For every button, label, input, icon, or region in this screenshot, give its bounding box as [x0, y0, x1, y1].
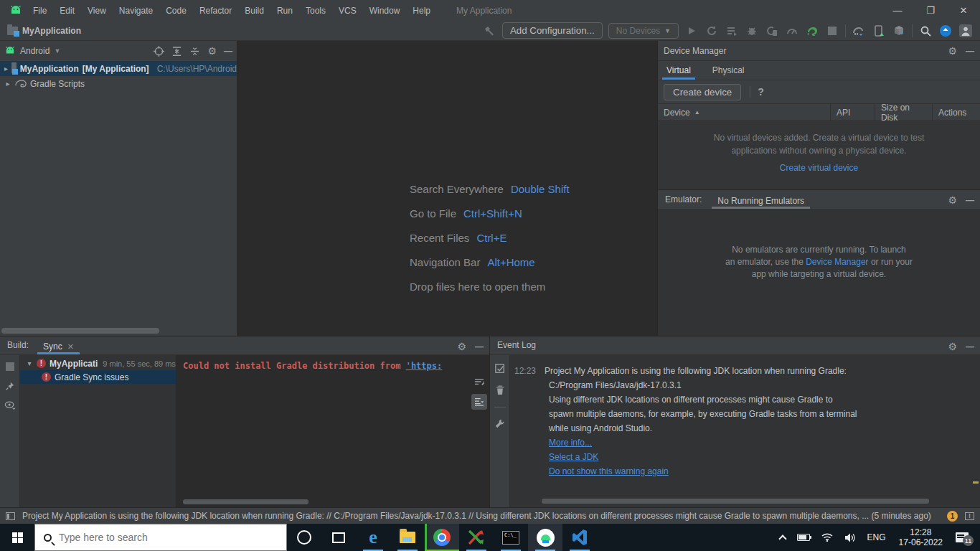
search-input[interactable] [59, 532, 278, 543]
close-icon[interactable]: ✕ [67, 342, 74, 352]
language-indicator[interactable]: ENG [863, 524, 890, 551]
profile-avatar-icon[interactable] [958, 24, 973, 38]
taskbar-search[interactable] [34, 524, 287, 551]
start-button[interactable] [0, 524, 34, 551]
chrome-taskbar-button[interactable] [425, 524, 459, 551]
gear-icon[interactable]: ⚙ [948, 45, 957, 57]
scrcpy-taskbar-button[interactable] [459, 524, 494, 551]
event-log-horizontal-scrollbar[interactable] [542, 499, 929, 504]
agp-upgrade-assistant-icon[interactable] [852, 24, 866, 38]
menu-code[interactable]: Code [160, 4, 192, 18]
column-size-on-disk[interactable]: Size on Disk [875, 104, 933, 121]
sdk-manager-icon[interactable] [892, 24, 906, 38]
restore-window-icon[interactable]: ❐ [914, 0, 947, 21]
pin-icon[interactable] [5, 381, 15, 391]
menu-edit[interactable]: Edit [54, 4, 80, 18]
ide-update-icon[interactable] [938, 24, 953, 38]
hide-panel-icon[interactable]: — [966, 195, 974, 205]
menu-build[interactable]: Build [239, 4, 270, 18]
attach-debugger-icon[interactable] [765, 24, 779, 38]
stop-icon[interactable] [825, 24, 839, 38]
menu-vcs[interactable]: VCS [333, 4, 362, 18]
chevron-expanded-icon[interactable]: ▾ [26, 359, 33, 367]
scroll-to-end-icon[interactable] [471, 394, 487, 410]
event-log-toggle-icon[interactable]: ! [965, 512, 974, 520]
column-api[interactable]: API [831, 104, 875, 121]
column-actions[interactable]: Actions [933, 104, 980, 121]
tray-chevron-up-icon[interactable] [776, 524, 790, 551]
more-info-link[interactable]: More info... [549, 435, 592, 450]
volume-icon[interactable] [840, 524, 860, 551]
hide-panel-icon[interactable]: — [966, 342, 974, 352]
menu-navigate[interactable]: Navigate [113, 4, 159, 18]
task-view-button[interactable] [321, 524, 356, 551]
status-message[interactable]: Project My Application is using the foll… [22, 511, 940, 521]
trash-icon[interactable] [496, 385, 504, 395]
navigation-breadcrumb[interactable]: MyApplication [7, 26, 81, 36]
project-tree-gradle-scripts[interactable]: ▸ Gradle Scripts [0, 76, 237, 91]
filter-eye-icon[interactable] [4, 401, 16, 410]
create-device-button[interactable]: Create device [664, 84, 741, 100]
vscode-taskbar-button[interactable] [562, 524, 597, 551]
menu-view[interactable]: View [82, 4, 112, 18]
profiler-icon[interactable] [785, 24, 799, 38]
gear-icon[interactable]: ⚙ [948, 341, 957, 352]
hide-panel-icon[interactable]: — [475, 342, 484, 352]
do-not-show-warning-link[interactable]: Do not show this warning again [549, 464, 669, 479]
menu-run[interactable]: Run [271, 4, 298, 18]
project-horizontal-scrollbar[interactable] [1, 328, 159, 334]
battery-icon[interactable] [793, 524, 814, 551]
hide-panel-icon[interactable]: — [224, 46, 232, 56]
select-a-jdk-link[interactable]: Select a JDK [549, 450, 598, 464]
tab-physical[interactable]: Physical [711, 62, 746, 80]
hide-panel-icon[interactable]: — [966, 46, 974, 56]
file-explorer-taskbar-button[interactable] [390, 524, 425, 551]
wrench-settings-icon[interactable] [495, 419, 504, 428]
gear-icon[interactable]: ⚙ [948, 194, 957, 206]
debug-icon[interactable] [745, 24, 759, 38]
close-window-icon[interactable]: ✕ [947, 0, 980, 21]
edge-taskbar-button[interactable]: e [356, 524, 390, 551]
run-tasks-icon[interactable] [725, 24, 739, 38]
search-everywhere-icon[interactable] [918, 24, 933, 38]
build-root-node[interactable]: ▾ ! MyApplicati 9 min, 55 sec, 89 ms [20, 357, 176, 370]
wifi-icon[interactable] [817, 524, 837, 551]
device-selector-dropdown[interactable]: No Devices ▼ [608, 23, 679, 39]
locate-file-icon[interactable] [154, 46, 164, 57]
soft-wrap-icon[interactable] [471, 374, 487, 390]
expand-all-icon[interactable] [171, 46, 182, 57]
chevron-right-icon[interactable]: ▸ [4, 80, 11, 88]
notification-count-badge[interactable]: 1 [947, 511, 958, 522]
create-virtual-device-link[interactable]: Create virtual device [780, 163, 858, 173]
help-icon[interactable]: ? [750, 86, 764, 98]
tab-sync[interactable]: Sync ✕ [42, 339, 75, 354]
collapse-all-icon[interactable] [189, 46, 200, 57]
menu-help[interactable]: Help [407, 4, 436, 18]
menu-window[interactable]: Window [364, 4, 406, 18]
command-prompt-taskbar-button[interactable]: C:\_ [494, 524, 528, 551]
cortana-button[interactable] [287, 524, 321, 551]
column-device[interactable]: Device ▲ [658, 104, 831, 121]
project-tree-root[interactable]: ▸ MyApplication [My Application] C:\User… [0, 61, 237, 76]
menu-refactor[interactable]: Refactor [194, 4, 237, 18]
console-horizontal-scrollbar[interactable] [183, 499, 308, 504]
build-hammer-icon[interactable] [482, 24, 496, 38]
menu-tools[interactable]: Tools [300, 4, 331, 18]
add-configuration-button[interactable]: Add Configuration... [502, 22, 603, 39]
project-view-selector[interactable]: Android [20, 46, 50, 56]
taskbar-clock[interactable]: 12:28 17-06-2022 [893, 527, 948, 547]
tab-no-running-emulators[interactable]: No Running Emulators [716, 192, 806, 209]
run-icon[interactable] [684, 24, 699, 38]
gradle-sync-issues-node[interactable]: ! Gradle Sync issues [20, 370, 176, 384]
console-url-link[interactable]: 'https: [406, 361, 443, 371]
minimize-window-icon[interactable]: — [881, 0, 914, 21]
tool-window-layout-icon[interactable] [6, 512, 15, 520]
gear-icon[interactable]: ⚙ [457, 341, 466, 352]
menu-file[interactable]: File [27, 4, 52, 18]
apply-changes-icon[interactable] [705, 24, 719, 38]
chevron-right-icon[interactable]: ▸ [4, 65, 8, 72]
stop-icon[interactable] [6, 362, 14, 371]
gear-icon[interactable]: ⚙ [207, 45, 217, 57]
tab-virtual[interactable]: Virtual [665, 62, 692, 80]
mark-all-read-icon[interactable] [495, 364, 505, 374]
